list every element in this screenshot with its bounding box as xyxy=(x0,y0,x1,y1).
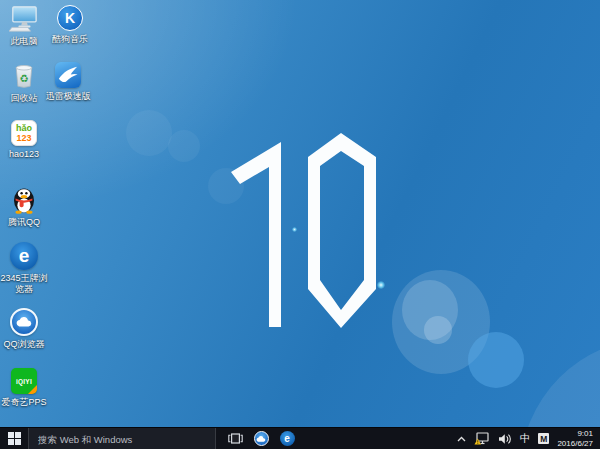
task-view-button[interactable] xyxy=(222,428,248,449)
bokeh-circle xyxy=(126,110,172,156)
desktop-icon-label: 腾讯QQ xyxy=(8,217,40,228)
recycle-bin-icon: ♻ xyxy=(10,62,38,90)
iqiyi-orange-corner xyxy=(28,385,37,394)
xunlei-bird-icon xyxy=(55,62,81,88)
desktop-icon-label: 迅雷极速版 xyxy=(46,91,91,102)
taskbar-clock[interactable]: 9:01 2016/6/27 xyxy=(553,429,600,448)
task-view-icon xyxy=(228,433,243,444)
desktop-icon-label: 2345王牌浏览器 xyxy=(0,273,48,295)
network-warning-icon xyxy=(474,432,490,445)
clock-date: 2016/6/27 xyxy=(557,439,593,449)
bokeh-circle xyxy=(468,332,524,388)
taskbar-app-qq-browser[interactable] xyxy=(248,428,274,449)
desktop-icon-label: 爱奇艺PPS xyxy=(1,397,46,408)
bokeh-circle xyxy=(402,280,458,340)
start-button[interactable] xyxy=(0,428,28,449)
iqiyi-icon: iQIYI xyxy=(11,368,37,394)
desktop-icon-kugou-music[interactable]: K 酷狗音乐 xyxy=(46,5,94,45)
tray-volume[interactable] xyxy=(494,428,516,449)
desktop-icon-tencent-qq[interactable]: 腾讯QQ xyxy=(0,184,48,228)
ime-badge: M xyxy=(538,433,549,444)
taskbar: e xyxy=(0,427,600,449)
2345-browser-icon: e xyxy=(10,242,38,270)
desktop-icon-xunlei[interactable]: 迅雷极速版 xyxy=(44,62,92,102)
ime-chinese-indicator: 中 xyxy=(520,432,531,446)
taskbar-search-input[interactable] xyxy=(28,428,216,449)
tray-show-hidden-icons[interactable] xyxy=(453,428,470,449)
hao123-text-top: hǎo xyxy=(16,123,32,133)
desktop-icon-2345-browser[interactable]: e 2345王牌浏览器 xyxy=(0,242,48,295)
iqiyi-wordmark: iQIYI xyxy=(16,378,32,385)
desktop-icon-label: QQ浏览器 xyxy=(3,339,44,350)
hao123-text-bottom: 123 xyxy=(16,133,31,143)
desktop-icon-qq-browser[interactable]: QQ浏览器 xyxy=(0,308,48,350)
tray-ime-language-mode[interactable]: 中 xyxy=(516,428,535,449)
desktop-icon-iqiyi-pps[interactable]: iQIYI 爱奇艺PPS xyxy=(0,368,48,408)
desktop-icon-label: 此电脑 xyxy=(11,36,38,47)
desktop-wallpaper: 此电脑 K 酷狗音乐 ♻ 回收站 xyxy=(0,0,600,427)
tray-network-status[interactable] xyxy=(470,428,494,449)
desktop-icon-label: 回收站 xyxy=(11,93,38,104)
taskbar-empty-area xyxy=(300,428,453,449)
desktop-icon-label: 酷狗音乐 xyxy=(52,34,88,45)
kugou-music-icon: K xyxy=(57,5,83,31)
2345-browser-taskbar-icon: e xyxy=(280,431,295,446)
windows-10-logo xyxy=(224,130,384,335)
desktop-icon-recycle-bin[interactable]: ♻ 回收站 xyxy=(0,62,48,104)
bokeh-circle xyxy=(520,338,600,427)
hao123-icon: hǎo 123 xyxy=(11,120,37,146)
this-pc-icon xyxy=(9,5,39,33)
tray-ime-method[interactable]: M xyxy=(534,428,553,449)
desktop-icon-this-pc[interactable]: 此电脑 xyxy=(0,5,48,47)
speaker-icon xyxy=(498,433,512,445)
desktop-icon-label: hao123 xyxy=(9,149,39,160)
taskbar-app-2345-browser[interactable]: e xyxy=(274,428,300,449)
qq-browser-icon xyxy=(10,308,38,336)
desktop-icon-hao123[interactable]: hǎo 123 hao123 xyxy=(0,120,48,160)
windows-desktop-screen: 此电脑 K 酷狗音乐 ♻ 回收站 xyxy=(0,0,600,449)
bokeh-circle xyxy=(424,316,452,344)
system-tray: 中 M 9:01 2016/6/27 xyxy=(453,428,600,449)
qq-penguin-icon xyxy=(10,184,38,214)
bokeh-circle xyxy=(168,130,200,162)
recycle-glyph: ♻ xyxy=(19,73,28,84)
clock-time: 9:01 xyxy=(577,429,593,439)
windows-logo-icon xyxy=(8,432,21,445)
qq-browser-taskbar-icon xyxy=(254,431,269,446)
chevron-up-icon xyxy=(457,436,466,442)
bokeh-circle xyxy=(392,270,490,374)
